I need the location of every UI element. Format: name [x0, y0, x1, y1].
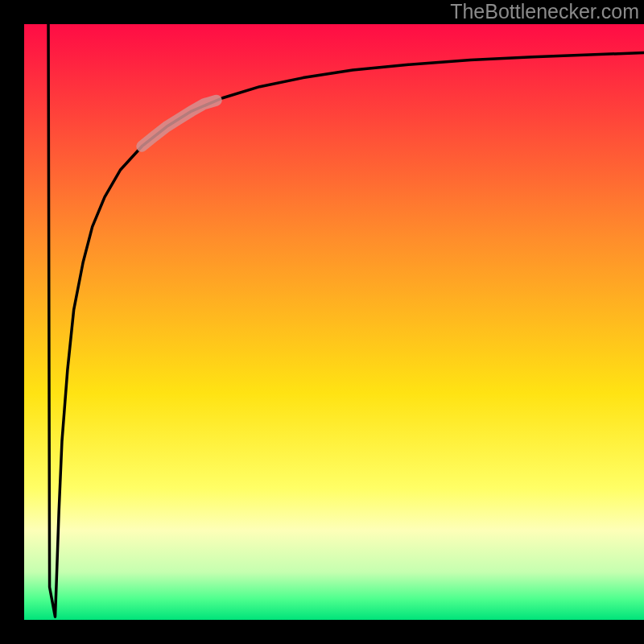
watermark-text: TheBottlenecker.com — [450, 0, 639, 23]
chart-stage: TheBottlenecker.com — [0, 0, 644, 644]
chart-svg — [0, 0, 644, 644]
chart-gradient-bg — [24, 24, 644, 620]
